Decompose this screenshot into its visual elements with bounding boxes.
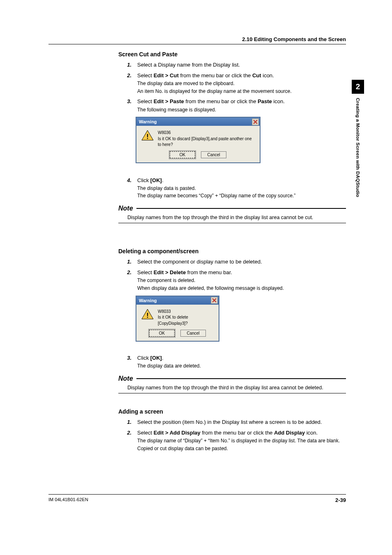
ok-button[interactable]: OK: [170, 151, 195, 158]
note-block: Note Display names from the top through …: [118, 205, 346, 223]
close-button[interactable]: [211, 297, 218, 304]
cancel-button[interactable]: Cancel: [201, 151, 226, 158]
section-header-text: 2.10 Editing Components and the Screen: [242, 36, 346, 42]
step-number: 2.: [126, 72, 131, 95]
page-footer: IM 04L41B01-62EN 2-39: [48, 494, 346, 503]
cancel-button[interactable]: Cancel: [180, 330, 206, 337]
dialog-message: W8033 Is it OK to delete [CopyDisplay3]?: [158, 309, 213, 327]
heading-screen-cut-paste: Screen Cut and Paste: [118, 51, 346, 58]
step-body: Click [OK]. The display data is pasted. …: [137, 176, 346, 200]
doc-id: IM 04L41B01-62EN: [48, 497, 88, 503]
note-label: Note: [118, 205, 133, 212]
step-number: 1.: [126, 61, 131, 69]
heading-adding-screen: Adding a screen: [118, 408, 346, 415]
step-number: 2.: [126, 429, 131, 452]
section-header: 2.10 Editing Components and the Screen: [48, 36, 346, 44]
warning-icon: !: [141, 309, 154, 319]
close-icon: [253, 120, 258, 124]
step-body: Select the position (item No.) in the Di…: [137, 418, 346, 426]
step-body: Select Edit > Paste from the menu bar or…: [137, 97, 346, 113]
close-icon: [212, 298, 217, 303]
chapter-number: 2: [352, 80, 364, 94]
note-rule: [136, 378, 346, 379]
dialog-title-text: Warning: [139, 298, 157, 303]
page-number: 2-39: [335, 497, 346, 503]
step-number: 1.: [126, 258, 131, 266]
dialog-titlebar: Warning: [136, 118, 260, 126]
heading-deleting: Deleting a component/screen: [118, 248, 346, 254]
step-body: Select Edit > Cut from the menu bar or c…: [137, 72, 346, 95]
step-number: 2.: [126, 268, 131, 292]
dialog-titlebar: Warning: [136, 296, 219, 305]
warning-dialog: Warning ! W8036 Is it OK to discard [Dis…: [136, 117, 261, 163]
ok-button[interactable]: OK: [149, 330, 175, 337]
close-button[interactable]: [252, 118, 259, 125]
svg-text:!: !: [146, 133, 149, 141]
note-body: Display names from the top through the t…: [118, 212, 346, 223]
step-number: 3.: [126, 97, 131, 113]
dialog-message: W8036 Is it OK to discard [Display3],and…: [158, 130, 254, 148]
chapter-tab: 2 Creating a Monitor Screen with DAQStud…: [352, 80, 364, 197]
step-body: Click [OK]. The display data are deleted…: [137, 354, 346, 370]
warning-dialog: Warning ! W8033 Is it OK to delete [Copy…: [136, 296, 219, 342]
step-body: Select a Display name from the Display l…: [137, 61, 346, 69]
note-body: Display names from the top through the t…: [118, 382, 346, 393]
step-body: Select Edit > Delete from the menu bar. …: [137, 268, 346, 292]
step-body: Select the component or display name to …: [137, 258, 346, 266]
svg-text:!: !: [146, 312, 149, 319]
dialog-title-text: Warning: [139, 119, 157, 124]
note-label: Note: [118, 375, 133, 382]
main-content: Screen Cut and Paste 1. Select a Display…: [118, 51, 346, 454]
note-rule: [136, 208, 346, 209]
step-number: 1.: [126, 418, 131, 426]
chapter-title: Creating a Monitor Screen with DAQStudio: [355, 98, 360, 197]
step-body: Select Edit > Add Display from the menu …: [137, 429, 346, 452]
note-block: Note Display names from the top through …: [118, 375, 346, 393]
step-number: 3.: [126, 354, 131, 370]
step-number: 4.: [126, 176, 131, 200]
warning-icon: !: [141, 130, 154, 141]
